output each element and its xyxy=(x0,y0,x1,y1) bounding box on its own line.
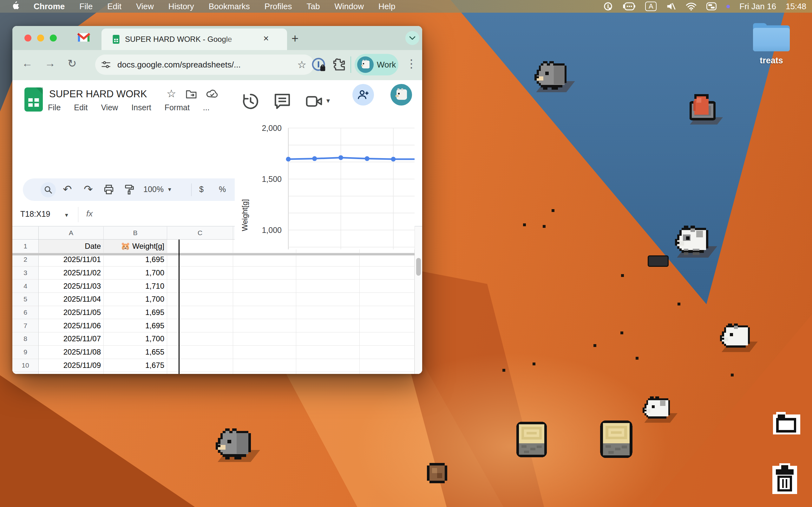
menubar-date[interactable]: Fri Jan 16 xyxy=(740,2,776,11)
apple-menu[interactable] xyxy=(12,1,19,12)
cell[interactable]: 1,695 xyxy=(104,319,167,332)
row-number[interactable]: 5 xyxy=(12,293,39,306)
menu-file[interactable]: File xyxy=(48,103,61,112)
menu-insert[interactable]: Insert xyxy=(131,103,151,112)
row-number[interactable]: 10 xyxy=(12,359,39,372)
menubar-bookmarks[interactable]: Bookmarks xyxy=(209,2,250,11)
cell[interactable] xyxy=(233,332,296,346)
cell[interactable] xyxy=(360,359,415,372)
cell[interactable] xyxy=(360,372,415,374)
zoom-window-button[interactable] xyxy=(50,35,57,42)
name-box-dropdown-icon[interactable]: ▾ xyxy=(65,211,68,219)
reload-button[interactable]: ↻ xyxy=(67,57,77,70)
bookmark-star-icon[interactable]: ☆ xyxy=(297,59,306,71)
cell[interactable] xyxy=(167,372,233,374)
seed-nut[interactable] xyxy=(424,463,450,485)
row-number[interactable]: 7 xyxy=(12,319,39,332)
cell[interactable] xyxy=(233,319,296,332)
pixel-trash-icon[interactable] xyxy=(770,463,799,496)
select-all-corner[interactable] xyxy=(12,227,39,239)
hamster-pet-gray[interactable] xyxy=(535,61,569,90)
cell[interactable] xyxy=(167,332,233,346)
recording-indicator-icon[interactable] xyxy=(311,57,327,73)
cell[interactable] xyxy=(167,346,233,359)
cell[interactable]: 2025/11/06 xyxy=(39,319,104,332)
gmail-pinned-tab-icon[interactable] xyxy=(78,32,90,43)
cell[interactable]: 2025/11/09 xyxy=(39,359,104,372)
menu-view[interactable]: View xyxy=(101,103,118,112)
cell[interactable]: 2025/11/10 xyxy=(39,372,104,374)
cell[interactable]: 1,700 xyxy=(104,332,167,346)
vertical-scrollbar-thumb[interactable] xyxy=(416,258,421,276)
row-number[interactable]: 11 xyxy=(12,372,39,374)
vertical-scrollbar[interactable]: ▲ ▼ xyxy=(415,227,422,374)
hamster-pet-gray[interactable] xyxy=(216,429,253,460)
menubar-edit[interactable]: Edit xyxy=(107,2,121,11)
browser-tab[interactable]: SUPER HARD WORK - Google × xyxy=(101,29,287,50)
column-header-a[interactable]: A xyxy=(39,227,104,239)
pet-item-dark[interactable] xyxy=(648,256,669,267)
undo-icon[interactable]: ↶ xyxy=(63,183,72,195)
tune-icon[interactable] xyxy=(100,59,112,70)
cell[interactable]: 2025/11/08 xyxy=(39,346,104,359)
cell[interactable]: 1,655 xyxy=(104,346,167,359)
table-row[interactable]: 112025/11/101,660 xyxy=(12,372,415,374)
cell[interactable] xyxy=(233,267,296,280)
table-row[interactable]: 62025/11/051,695 xyxy=(12,306,415,320)
pixel-folder-icon[interactable] xyxy=(773,412,800,437)
cell[interactable]: 2025/11/04 xyxy=(39,293,104,306)
search-icon[interactable] xyxy=(41,182,56,198)
menu-edit[interactable]: Edit xyxy=(74,103,88,112)
wood-stump[interactable] xyxy=(598,420,635,458)
redo-icon[interactable]: ↷ xyxy=(84,183,93,195)
cloud-status-icon[interactable] xyxy=(206,89,218,99)
pet-app-status-icon[interactable] xyxy=(622,2,636,11)
hamster-pet-white[interactable] xyxy=(643,396,672,421)
cell[interactable] xyxy=(296,332,360,346)
food-dish-item[interactable] xyxy=(687,94,718,123)
cell[interactable] xyxy=(167,319,233,332)
cell[interactable] xyxy=(233,279,296,293)
cell[interactable]: 1,700 xyxy=(104,293,167,306)
extensions-puzzle-icon[interactable] xyxy=(332,58,346,72)
table-row[interactable]: 72025/11/061,695 xyxy=(12,319,415,332)
paint-format-icon[interactable] xyxy=(124,184,135,195)
cell-a1[interactable]: Date xyxy=(39,239,104,253)
version-history-icon[interactable] xyxy=(241,92,260,111)
menubar-clock[interactable]: 15:48 xyxy=(786,2,806,11)
cell[interactable]: 2025/11/03 xyxy=(39,279,104,293)
column-header-b[interactable]: B xyxy=(104,227,167,239)
address-bar[interactable]: docs.google.com/spreadsheets/... ☆ xyxy=(95,55,314,75)
cell[interactable] xyxy=(296,359,360,372)
format-currency-button[interactable]: $ xyxy=(199,185,204,194)
comments-icon[interactable] xyxy=(273,92,292,111)
control-center-icon[interactable] xyxy=(706,2,717,11)
back-button[interactable]: ← xyxy=(22,57,33,69)
row-number[interactable]: 6 xyxy=(12,306,39,320)
table-row[interactable]: 52025/11/041,700 xyxy=(12,293,415,306)
camera-dropdown-icon[interactable]: ▾ xyxy=(326,97,330,105)
cell[interactable] xyxy=(296,293,360,306)
move-folder-icon[interactable] xyxy=(186,89,197,99)
forward-button[interactable]: → xyxy=(45,57,55,69)
menubar-file[interactable]: File xyxy=(79,2,93,11)
treats-folder[interactable]: treats xyxy=(749,25,794,66)
cell[interactable] xyxy=(233,346,296,359)
cell[interactable] xyxy=(360,293,415,306)
cell[interactable]: 2025/11/05 xyxy=(39,306,104,320)
menubar-profiles[interactable]: Profiles xyxy=(264,2,292,11)
cell[interactable] xyxy=(233,372,296,374)
cell[interactable] xyxy=(360,267,415,280)
cell[interactable]: 1,700 xyxy=(104,267,167,280)
menu-format[interactable]: Format xyxy=(165,103,190,112)
cell[interactable] xyxy=(167,279,233,293)
table-row[interactable]: 32025/11/021,700 xyxy=(12,267,415,280)
cell[interactable] xyxy=(167,359,233,372)
wood-stump[interactable] xyxy=(514,421,549,458)
doc-title[interactable]: SUPER HARD WORK xyxy=(49,89,147,100)
row-number[interactable]: 3 xyxy=(12,267,39,280)
menubar-tab[interactable]: Tab xyxy=(307,2,320,11)
cell[interactable]: 1,710 xyxy=(104,279,167,293)
table-row[interactable]: 92025/11/081,655 xyxy=(12,346,415,359)
wifi-icon[interactable] xyxy=(686,2,697,11)
